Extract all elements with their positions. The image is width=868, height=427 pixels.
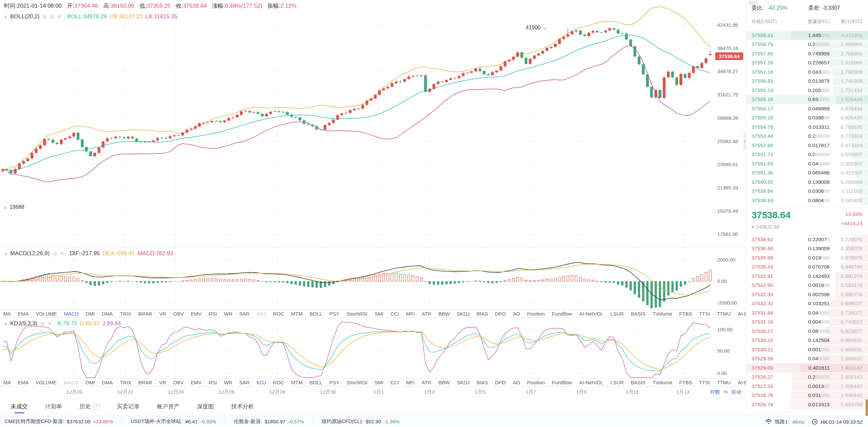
ask-row[interactable]: 37555.160.0398000.826435 xyxy=(746,114,868,123)
bottom-tab-买卖记录[interactable]: 买卖记录 xyxy=(117,397,140,416)
indicator-tab-position[interactable]: Position xyxy=(527,311,545,316)
bid-row[interactable]: 37527.330.0013001.609442 xyxy=(746,382,868,391)
indicator-tab-tvolume[interactable]: TVolume xyxy=(652,379,672,385)
indicator-tab-sar[interactable]: SAR xyxy=(239,379,250,385)
bid-row[interactable]: 37535.990.0190000.378079 xyxy=(746,253,868,263)
indicator-tab-mfi[interactable]: MFI xyxy=(406,311,415,316)
indicator-tab-basis[interactable]: BASIS xyxy=(631,379,646,385)
orderbook-scrollbar-thumb[interactable] xyxy=(866,399,868,416)
indicator-tab-basis[interactable]: BASIS xyxy=(631,311,646,316)
indicator-tab-tvolume[interactable]: TVolume xyxy=(652,311,672,316)
bottom-tab-技术分析[interactable]: 技术分析 xyxy=(231,397,254,416)
indicator-tab-obv[interactable]: OBV xyxy=(173,311,184,316)
bid-row[interactable]: 37526.760.0310001.640442 xyxy=(746,391,868,400)
bottom-tab-深度图[interactable]: 深度图 xyxy=(197,397,214,416)
indicator-tab-ma[interactable]: MA xyxy=(3,311,11,316)
indicator-tab-roc[interactable]: ROC xyxy=(273,379,284,385)
indicator-tab-kdj[interactable]: KDJ xyxy=(256,379,266,385)
bottom-tab-计划单[interactable]: 计划单 xyxy=(45,397,62,416)
bottom-tab-历史[interactable]: 历史? xyxy=(80,397,99,416)
ask-row[interactable]: 37557.180.0430001.788309 xyxy=(746,67,868,77)
indicator-tab-mtm[interactable]: MTM xyxy=(291,379,303,385)
indicator-tab-ftbs[interactable]: FTBS xyxy=(679,311,692,316)
indicator-tab-macd[interactable]: MACD xyxy=(64,379,79,385)
indicator-tab-atr[interactable]: ATR xyxy=(422,311,431,316)
indicator-tab-ttsi[interactable]: TTSI xyxy=(699,379,710,385)
chart-area[interactable]: 时间:2021-01-14 08:00开:37364.46高:38150.00低… xyxy=(0,0,746,416)
indicator-tab-trix[interactable]: TRIX xyxy=(120,311,131,316)
indicator-tab-fundflow[interactable]: Fundflow xyxy=(552,311,572,316)
bid-row[interactable]: 37531.840.0400000.739027 xyxy=(746,308,868,317)
ask-row[interactable]: 37553.440.2000000.773324 xyxy=(746,132,868,141)
indicator-tab-psy[interactable]: PSY xyxy=(329,379,339,385)
bid-row[interactable]: 37528.270.2000001.608142 xyxy=(746,373,868,382)
indicator-tab-ttmu[interactable]: TTMU xyxy=(717,311,731,316)
chevron-down-icon[interactable]: ∨ xyxy=(4,14,7,19)
ask-row[interactable]: 37551.360.0654980.315507 xyxy=(746,169,868,178)
indicator-tab-ai-netvol[interactable]: AI-NetVOL xyxy=(579,311,603,316)
close-icon[interactable]: ✕ xyxy=(57,14,62,20)
bottom-tab-未成交[interactable]: 未成交 xyxy=(11,397,28,416)
indicator-tab-ao[interactable]: AO xyxy=(513,379,520,385)
ask-row[interactable]: 37557.850.7499992.766965 xyxy=(746,49,868,58)
indicator-tab-boll[interactable]: BOLL xyxy=(310,311,322,316)
ask-row[interactable]: 37551.630.0400000.355507 xyxy=(746,159,868,169)
indicator-tab-rsi[interactable]: RSI xyxy=(209,379,217,385)
ask-row[interactable]: 37558.750.2000002.966965 xyxy=(746,40,868,49)
indicator-tab-kdj[interactable]: KDJ xyxy=(256,311,266,316)
indicator-tab-boll[interactable]: BOLL xyxy=(310,379,322,385)
ask-row[interactable]: 37551.710.2000000.555507 xyxy=(746,150,868,159)
close-icon[interactable]: ✕ xyxy=(48,321,52,327)
indicator-tab-cci[interactable]: CCI xyxy=(390,311,399,316)
indicator-tab-ftbs[interactable]: FTBS xyxy=(679,379,692,385)
bid-row[interactable]: 37529.590.0400001.006531 xyxy=(746,354,868,364)
bid-row[interactable]: 37532.900.0019000.593178 xyxy=(746,281,868,290)
bid-row[interactable]: 37529.000.4016111.408142 xyxy=(746,363,868,373)
bid-row[interactable]: 37530.210.0010000.966531 xyxy=(746,345,868,354)
indicator-tab-dmi[interactable]: DMI xyxy=(86,311,95,316)
settings-icon[interactable]: ◎ xyxy=(40,321,45,327)
orderbook-mini-tab[interactable] xyxy=(748,1,757,5)
bottom-tab-账户资产[interactable]: 账户资产 xyxy=(157,397,180,416)
indicator-tab-macd[interactable]: MACD xyxy=(64,311,79,316)
bid-row[interactable]: 37530.220.1425040.965531 xyxy=(746,336,868,345)
bid-row[interactable]: 37532.330.0025980.595776 xyxy=(746,290,868,299)
ask-row[interactable]: 37555.190.2050001.731434 xyxy=(746,86,868,95)
ask-row[interactable]: 37555.180.6500001.526434 xyxy=(746,95,868,104)
chevron-down-icon[interactable]: ∨ xyxy=(4,251,7,256)
indicator-tab-skdj[interactable]: SKDJ xyxy=(457,311,469,316)
axis-control-对数[interactable]: 对数 xyxy=(710,389,720,395)
indicator-tab-smi[interactable]: SMI xyxy=(375,379,384,385)
settings-icon[interactable]: ◎ xyxy=(50,14,54,20)
indicator-tab-volume[interactable]: VOLUME xyxy=(36,379,57,385)
settings-icon[interactable]: ◎ xyxy=(53,250,57,256)
indicator-tab-dma[interactable]: DMA xyxy=(102,379,113,385)
bid-row[interactable]: 37536.600.1390090.359079 xyxy=(746,244,868,253)
ask-row[interactable]: 37538.640.0306000.111000 xyxy=(746,187,868,196)
indicator-tab-brar[interactable]: BRAR xyxy=(138,379,152,385)
indicator-tab-ema[interactable]: EMA xyxy=(18,379,29,385)
indicator-tab-bias[interactable]: BIAS xyxy=(477,379,488,385)
indicator-tab-vr[interactable]: VR xyxy=(159,379,166,385)
indicator-tab-dpo[interactable]: DPO xyxy=(495,311,506,316)
indicator-tab-emv[interactable]: EMV xyxy=(191,379,202,385)
indicator-tab-dpo[interactable]: DPO xyxy=(495,379,506,385)
indicator-tab-fundflow[interactable]: Fundflow xyxy=(552,379,572,385)
ask-row[interactable]: 37556.810.0138751.745309 xyxy=(746,77,868,86)
bid-row[interactable]: 37532.910.1424930.591278 xyxy=(746,272,868,281)
indicator-tab-sar[interactable]: SAR xyxy=(239,311,250,316)
indicator-tab-lsur[interactable]: LSUR xyxy=(611,311,624,316)
ask-row[interactable]: 37557.200.2286572.016966 xyxy=(746,58,868,68)
indicator-tab-ai-netvol[interactable]: AI-NetVOL xyxy=(579,379,603,385)
indicator-tab-wr[interactable]: WR xyxy=(224,379,232,385)
indicator-tab-bbw[interactable]: BBW xyxy=(438,379,450,385)
indicator-tab-cci[interactable]: CCI xyxy=(390,379,399,385)
indicator-tab-brar[interactable]: BRAR xyxy=(138,311,152,316)
eye-icon[interactable]: ◎ xyxy=(42,14,47,20)
indicator-tab-ao[interactable]: AO xyxy=(513,311,520,316)
bid-row[interactable]: 37538.620.2200700.220070 xyxy=(746,235,868,244)
indicator-tab-mfi[interactable]: MFI xyxy=(406,379,415,385)
ask-row[interactable]: 37555.170.0499990.876434 xyxy=(746,104,868,114)
indicator-tab-dma[interactable]: DMA xyxy=(102,311,113,316)
ask-row[interactable]: 37538.630.0804000.080400 xyxy=(746,196,868,205)
